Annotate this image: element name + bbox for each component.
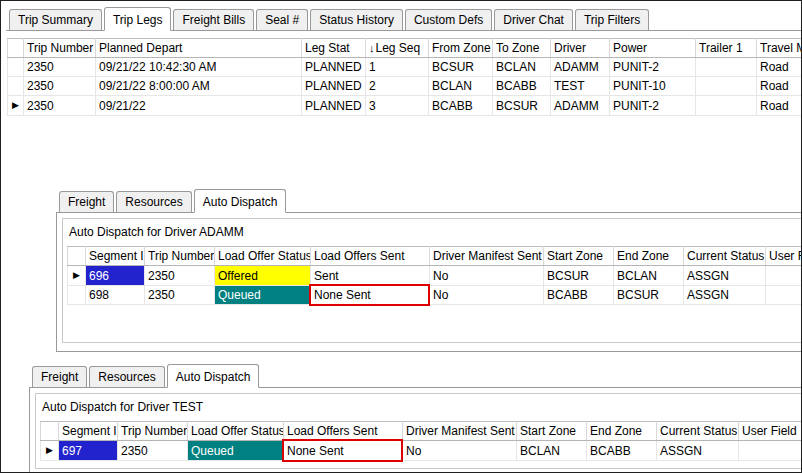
cell-current-status[interactable]: ASSGN [657, 441, 739, 461]
col-header-to-zone[interactable]: To Zone [493, 39, 551, 58]
cell-trailer-1[interactable] [696, 77, 757, 96]
col-header-end-zone[interactable]: End Zone [587, 422, 657, 441]
col-header-start-zone[interactable]: Start Zone [544, 247, 614, 266]
col-header-driver-manifest-sent[interactable]: Driver Manifest Sent [403, 422, 517, 441]
col-header-travel-mode[interactable]: Travel Mode [757, 39, 802, 58]
col-header-segment-id[interactable]: Segment ID [59, 422, 118, 441]
cell-leg-stat[interactable]: PLANNED [302, 77, 366, 96]
col-header-load-offers-sent[interactable]: Load Offers Sent [284, 422, 403, 441]
cell-power[interactable]: PUNIT-10 [610, 77, 696, 96]
cell-leg-seq[interactable]: 3 [366, 96, 429, 116]
col-header-current-status[interactable]: Current Status [684, 247, 766, 266]
col-header-load-offers-sent[interactable]: Load Offers Sent [311, 247, 430, 266]
cell-end-zone[interactable]: BCABB [587, 441, 657, 461]
cell-planned-depart[interactable]: 09/21/22 8:00:00 AM [96, 77, 302, 96]
cell-end-zone[interactable]: BCSUR [614, 286, 684, 305]
tab-resources[interactable]: Resources [116, 191, 191, 212]
tab-trip-filters[interactable]: Trip Filters [575, 9, 649, 30]
cell-end-zone[interactable]: BCLAN [614, 266, 684, 286]
cell-trip-number[interactable]: 2350 [24, 77, 96, 96]
tab-auto-dispatch[interactable]: Auto Dispatch [194, 189, 287, 213]
cell-load-offer-status[interactable]: Queued [215, 286, 311, 305]
cell-trip-number[interactable]: 2350 [24, 58, 96, 77]
cell-driver-manifest-sent[interactable]: No [430, 266, 544, 286]
cell-user-field[interactable] [739, 441, 802, 461]
cell-trip-number[interactable]: 2350 [145, 266, 215, 286]
tab-status-history[interactable]: Status History [310, 9, 403, 30]
row-selector-cell[interactable]: ▶ [41, 441, 59, 461]
cell-load-offers-sent[interactable]: None Sent [284, 441, 403, 461]
tab-driver-chat[interactable]: Driver Chat [494, 9, 573, 30]
tab-auto-dispatch[interactable]: Auto Dispatch [167, 364, 260, 388]
cell-to-zone[interactable]: BCLAN [493, 58, 551, 77]
cell-load-offers-sent[interactable]: Sent [311, 266, 430, 286]
row-selector-cell[interactable]: ▶ [8, 96, 24, 116]
col-header-load-offer-status[interactable]: Load Offer Status [188, 422, 284, 441]
cell-trailer-1[interactable] [696, 58, 757, 77]
cell-leg-seq[interactable]: 2 [366, 77, 429, 96]
cell-leg-stat[interactable]: PLANNED [302, 58, 366, 77]
col-header-current-status[interactable]: Current Status [657, 422, 739, 441]
col-header-segment-id[interactable]: Segment ID [86, 247, 145, 266]
col-header-start-zone[interactable]: Start Zone [517, 422, 587, 441]
col-header-planned-depart[interactable]: Planned Depart [96, 39, 302, 58]
cell-from-zone[interactable]: BCSUR [429, 58, 493, 77]
row-selector-cell[interactable] [8, 58, 24, 77]
cell-driver[interactable]: ADAMM [551, 96, 610, 116]
cell-trip-number[interactable]: 2350 [118, 441, 188, 461]
cell-start-zone[interactable]: BCSUR [544, 266, 614, 286]
cell-trailer-1[interactable] [696, 96, 757, 116]
cell-to-zone[interactable]: BCABB [493, 77, 551, 96]
cell-driver-manifest-sent[interactable]: No [430, 286, 544, 305]
tab-custom-defs[interactable]: Custom Defs [405, 9, 492, 30]
col-header-trip-number[interactable]: Trip Number [145, 247, 215, 266]
tab-freight[interactable]: Freight [32, 366, 87, 387]
cell-power[interactable]: PUNIT-2 [610, 96, 696, 116]
col-header-leg-stat[interactable]: Leg Stat [302, 39, 366, 58]
tab-freight-bills[interactable]: Freight Bills [173, 9, 254, 30]
col-header-trailer-1[interactable]: Trailer 1 [696, 39, 757, 58]
cell-load-offers-sent[interactable]: None Sent [311, 286, 430, 305]
cell-from-zone[interactable]: BCLAN [429, 77, 493, 96]
cell-segment-id[interactable]: 697 [59, 441, 118, 461]
cell-segment-id[interactable]: 696 [86, 266, 145, 286]
cell-leg-stat[interactable]: PLANNED [302, 96, 366, 116]
col-header-user-field[interactable]: User Field [739, 422, 802, 441]
col-header-trip-number[interactable]: Trip Number [118, 422, 188, 441]
cell-trip-number[interactable]: 2350 [145, 286, 215, 305]
cell-power[interactable]: PUNIT-2 [610, 58, 696, 77]
cell-start-zone[interactable]: BCABB [544, 286, 614, 305]
col-header-driver[interactable]: Driver [551, 39, 610, 58]
row-selector-cell[interactable]: ▶ [68, 266, 86, 286]
cell-leg-seq[interactable]: 1 [366, 58, 429, 77]
cell-segment-id[interactable]: 698 [86, 286, 145, 305]
cell-load-offer-status[interactable]: Queued [188, 441, 284, 461]
tab-resources[interactable]: Resources [89, 366, 164, 387]
table-row[interactable]: 698 2350 Queued None Sent No BCABB BCSUR… [68, 286, 802, 305]
tab-seal[interactable]: Seal # [256, 9, 308, 30]
col-header-end-zone[interactable]: End Zone [614, 247, 684, 266]
cell-planned-depart[interactable]: 09/21/22 [96, 96, 302, 116]
tab-freight[interactable]: Freight [59, 191, 114, 212]
tab-trip-summary[interactable]: Trip Summary [9, 9, 102, 30]
cell-user-field[interactable] [766, 266, 802, 286]
cell-user-field[interactable] [766, 286, 802, 305]
col-header-load-offer-status[interactable]: Load Offer Status [215, 247, 311, 266]
cell-current-status[interactable]: ASSGN [684, 286, 766, 305]
col-header-trip-number[interactable]: Trip Number [24, 39, 96, 58]
cell-from-zone[interactable]: BCABB [429, 96, 493, 116]
cell-travel-mode[interactable]: Road [757, 58, 802, 77]
table-row[interactable]: ▶ 2350 09/21/22 PLANNED 3 BCABB BCSUR AD… [8, 96, 802, 116]
col-header-from-zone[interactable]: From Zone [429, 39, 493, 58]
table-row[interactable]: 2350 09/21/22 10:42:30 AM PLANNED 1 BCSU… [8, 58, 802, 77]
row-selector-cell[interactable] [68, 286, 86, 305]
cell-trip-number[interactable]: 2350 [24, 96, 96, 116]
cell-start-zone[interactable]: BCLAN [517, 441, 587, 461]
cell-to-zone[interactable]: BCSUR [493, 96, 551, 116]
col-header-power[interactable]: Power [610, 39, 696, 58]
cell-travel-mode[interactable]: Road [757, 96, 802, 116]
col-header-driver-manifest-sent[interactable]: Driver Manifest Sent [430, 247, 544, 266]
cell-driver-manifest-sent[interactable]: No [403, 441, 517, 461]
table-row[interactable]: ▶ 696 2350 Offered Sent No BCSUR BCLAN A… [68, 266, 802, 286]
tab-trip-legs[interactable]: Trip Legs [104, 7, 172, 31]
